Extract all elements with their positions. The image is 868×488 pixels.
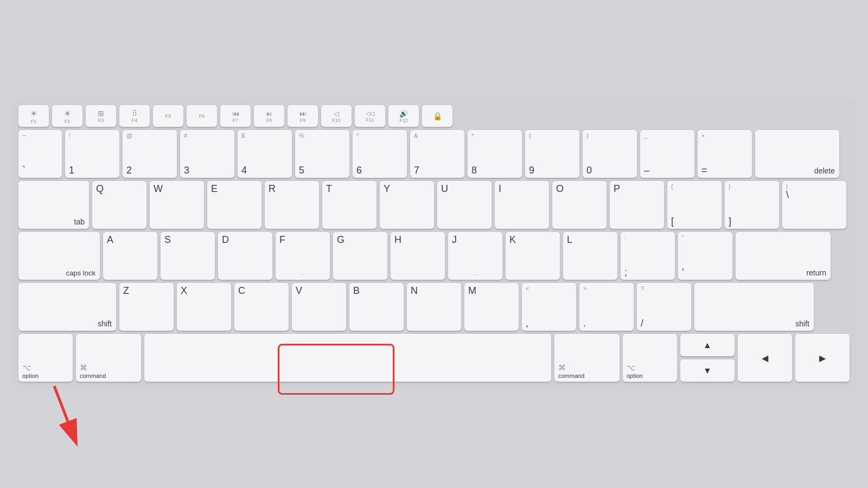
key-7[interactable]: & 7 [410,130,464,178]
key-equals[interactable]: + = [698,130,752,178]
key-1[interactable]: ! 1 [65,130,119,178]
key-8[interactable]: * 8 [468,130,522,178]
arrow-indicator [43,381,108,446]
key-caps[interactable]: caps lock [18,232,100,280]
keyboard: ☀ F1 ☀ F2 ⊞ F3 ⠿ F4 F5 F6 ⏮ F7 ⏯ F8 [11,99,857,389]
key-f11[interactable]: ◁◁ F11 [355,105,385,127]
key-l[interactable]: L [563,232,617,280]
key-space[interactable] [144,334,551,382]
key-0[interactable]: ) 0 [583,130,637,178]
key-4[interactable]: $ 4 [238,130,292,178]
key-command-left[interactable]: ⌘ command [76,334,141,382]
key-f8[interactable]: ⏯ F8 [254,105,284,127]
key-semicolon[interactable]: : ; [621,232,675,280]
key-option-left[interactable]: ⌥ option [18,334,73,382]
bottom-row: ⌥ option ⌘ command ⌘ command ⌥ option [18,334,850,382]
key-i[interactable]: I [495,181,549,229]
key-q[interactable]: Q [92,181,146,229]
key-y[interactable]: Y [380,181,434,229]
key-g[interactable]: G [333,232,387,280]
key-f4[interactable]: ⠿ F4 [119,105,150,127]
key-s[interactable]: S [161,232,215,280]
key-minus[interactable]: _ – [640,130,694,178]
key-m[interactable]: M [464,283,519,331]
arrow-ud-container: ▲ ▼ [680,334,735,382]
key-arrow-up[interactable]: ▲ [680,334,735,356]
key-option-right[interactable]: ⌥ option [623,334,677,382]
key-comma[interactable]: < , [522,283,576,331]
key-arrow-right[interactable]: ▶ [795,334,850,382]
key-9[interactable]: ( 9 [525,130,579,178]
key-f2[interactable]: ☀ F2 [52,105,82,127]
key-a[interactable]: A [103,232,157,280]
key-f3[interactable]: ⊞ F3 [86,105,116,127]
key-quote[interactable]: " ' [678,232,732,280]
key-return[interactable]: return [736,232,831,280]
key-delete[interactable]: delete [755,130,839,178]
key-k[interactable]: K [506,232,560,280]
key-f12[interactable]: 🔊 F12 [388,105,419,127]
key-p[interactable]: P [610,181,664,229]
key-f9[interactable]: ⏭ F9 [288,105,318,127]
key-6[interactable]: ^ 6 [353,130,407,178]
key-b[interactable]: B [349,283,404,331]
key-o[interactable]: O [552,181,607,229]
number-row: ~ ` ! 1 @ 2 # 3 $ 4 % 5 ^ 6 & 7 [18,130,850,178]
key-power[interactable]: 🔒 [422,105,452,127]
key-tab[interactable]: tab [18,181,89,229]
key-shift-left[interactable]: shift [18,283,116,331]
key-e[interactable]: E [207,181,261,229]
key-command-right[interactable]: ⌘ command [554,334,620,382]
key-f[interactable]: F — [276,232,330,280]
key-z[interactable]: Z [119,283,174,331]
key-d[interactable]: D [218,232,272,280]
asdf-row: caps lock A S D F — G H J — K L [18,232,850,280]
key-backslash[interactable]: | \ [782,181,846,229]
key-w[interactable]: W [150,181,204,229]
fn-row: ☀ F1 ☀ F2 ⊞ F3 ⠿ F4 F5 F6 ⏮ F7 ⏯ F8 [18,105,850,127]
qwerty-row: tab Q W E R T Y U I O P [18,181,850,229]
key-grave[interactable]: ~ ` [18,130,62,178]
key-shift-right[interactable]: shift [694,283,814,331]
key-x[interactable]: X [177,283,231,331]
key-f6[interactable]: F6 [187,105,217,127]
key-t[interactable]: T [322,181,376,229]
key-arrow-down[interactable]: ▼ [680,359,735,382]
key-f7[interactable]: ⏮ F7 [220,105,251,127]
key-2[interactable]: @ 2 [123,130,177,178]
key-r[interactable]: R [265,181,319,229]
key-slash[interactable]: ? / [637,283,691,331]
key-lbracket[interactable]: { [ [667,181,722,229]
key-period[interactable]: > . [579,283,634,331]
svg-line-1 [54,386,68,421]
zxcv-row: shift Z X C V B N M < , > . [18,283,850,331]
key-f5[interactable]: F5 [153,105,183,127]
key-h[interactable]: H [391,232,445,280]
key-arrow-left[interactable]: ◀ [738,334,792,382]
key-f1[interactable]: ☀ F1 [18,105,49,127]
key-n[interactable]: N [407,283,461,331]
key-v[interactable]: V [292,283,346,331]
key-u[interactable]: U [437,181,492,229]
key-rbracket[interactable]: } ] [725,181,779,229]
key-f10[interactable]: ◁ F10 [321,105,352,127]
key-3[interactable]: # 3 [180,130,234,178]
key-c[interactable]: C [234,283,289,331]
key-j[interactable]: J — [448,232,502,280]
key-5[interactable]: % 5 [295,130,349,178]
